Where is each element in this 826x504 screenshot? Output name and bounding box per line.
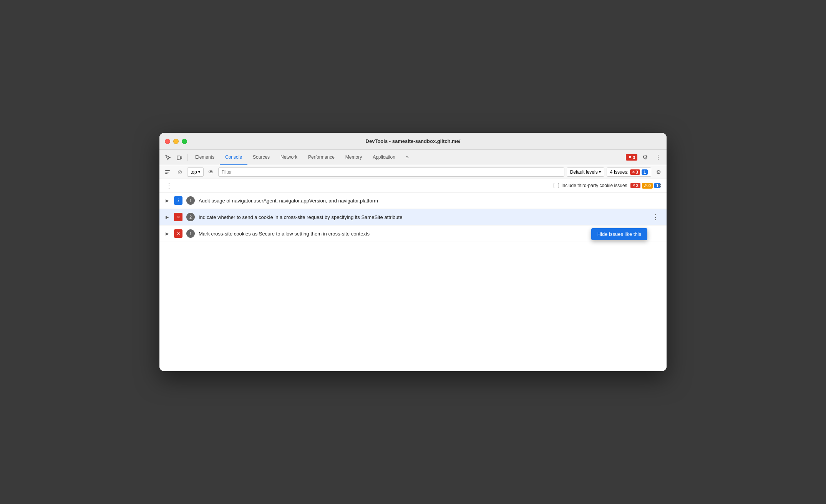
third-party-checkbox-label[interactable]: Include third-party cookie issues xyxy=(554,183,627,188)
issue-row[interactable]: ▶ ✕ 2 Indicate whether to send a cookie … xyxy=(159,209,667,225)
issue-row[interactable]: ▶ i 1 Audit usage of navigator.userAgent… xyxy=(159,192,667,209)
dropdown-arrow-icon: ▾ xyxy=(198,170,200,174)
maximize-button[interactable] xyxy=(182,139,187,144)
tab-bar: Elements Console Sources Network Perform… xyxy=(190,150,625,165)
tab-more[interactable]: » xyxy=(401,150,414,165)
block-icon[interactable]: ⊘ xyxy=(175,167,185,177)
summary-error-x-icon: ✕ xyxy=(632,184,635,187)
svg-rect-5 xyxy=(165,173,168,174)
settings-icon[interactable]: ⚙ xyxy=(640,152,650,163)
main-content: ⋮ Include third-party cookie issues ✕ 3 … xyxy=(159,179,667,371)
minimize-button[interactable] xyxy=(173,139,179,144)
window-title: DevTools - samesite-sandbox.glitch.me/ xyxy=(366,138,461,144)
hide-issues-context-menu[interactable]: Hide issues like this xyxy=(591,228,647,240)
tab-application[interactable]: Application xyxy=(367,150,401,165)
issue-count-badge: 1 xyxy=(186,196,195,205)
inspect-icon[interactable] xyxy=(163,152,173,163)
toolbar-error-badge: ✕ 3 xyxy=(626,154,637,161)
svg-rect-4 xyxy=(165,172,169,172)
issues-summary-badges: ✕ 3 ⚠ 0 1 xyxy=(630,183,660,189)
console-settings-icon[interactable]: ⚙ xyxy=(654,167,663,177)
log-levels-dropdown[interactable]: Default levels ▾ xyxy=(567,167,604,177)
issue-more-options-icon[interactable]: ⋮ xyxy=(650,214,660,220)
svg-point-2 xyxy=(178,159,179,160)
summary-warning-badge: ⚠ 0 xyxy=(642,183,653,189)
summary-error-badge: ✕ 3 xyxy=(630,183,640,188)
warning-icon: ⚠ xyxy=(644,183,648,188)
issues-more-options-icon[interactable]: ⋮ xyxy=(166,182,172,189)
error-x-icon: ✕ xyxy=(628,155,632,160)
issue-count-badge: 1 xyxy=(186,229,195,238)
svg-rect-1 xyxy=(181,157,182,159)
issue-type-info-icon: i xyxy=(174,196,182,205)
svg-rect-3 xyxy=(165,170,170,171)
error-x-icon: ✕ xyxy=(177,231,180,236)
levels-dropdown-arrow-icon: ▾ xyxy=(599,170,601,174)
console-toolbar: ⊘ top ▾ 👁 Default levels ▾ 4 Issues: ✕ 3… xyxy=(159,165,667,179)
issues-error-x-icon: ✕ xyxy=(632,170,635,174)
tab-sources[interactable]: Sources xyxy=(247,150,275,165)
devtools-window: DevTools - samesite-sandbox.glitch.me/ E… xyxy=(159,133,667,371)
toolbar-divider xyxy=(187,154,187,161)
issue-count-badge: 2 xyxy=(186,213,195,221)
traffic-lights xyxy=(165,139,187,144)
tab-network[interactable]: Network xyxy=(275,150,303,165)
issues-error-badge: ✕ 3 xyxy=(630,169,640,175)
expand-arrow-icon[interactable]: ▶ xyxy=(166,231,170,236)
issue-type-error-icon: ✕ xyxy=(174,229,182,238)
main-toolbar: Elements Console Sources Network Perform… xyxy=(159,150,667,165)
expand-arrow-icon[interactable]: ▶ xyxy=(166,215,170,220)
issues-panel-toolbar: ⋮ Include third-party cookie issues ✕ 3 … xyxy=(159,179,667,192)
error-x-icon: ✕ xyxy=(177,215,180,220)
issues-count-badge[interactable]: 4 Issues: ✕ 3 1 xyxy=(607,167,651,177)
issue-row[interactable]: ▶ ✕ 1 Mark cross-site cookies as Secure … xyxy=(159,225,667,242)
toolbar-right: ✕ 3 ⚙ ⋮ xyxy=(626,152,663,163)
info-symbol: i xyxy=(177,198,179,204)
tab-console[interactable]: Console xyxy=(220,150,247,165)
tab-elements[interactable]: Elements xyxy=(190,150,220,165)
tab-performance[interactable]: Performance xyxy=(303,150,340,165)
clear-console-icon[interactable] xyxy=(163,167,172,177)
title-bar: DevTools - samesite-sandbox.glitch.me/ xyxy=(159,133,667,150)
close-button[interactable] xyxy=(165,139,170,144)
more-options-icon[interactable]: ⋮ xyxy=(653,152,663,163)
tab-memory[interactable]: Memory xyxy=(340,150,367,165)
expand-arrow-icon[interactable]: ▶ xyxy=(166,198,170,203)
filter-input[interactable] xyxy=(218,167,564,177)
eye-icon[interactable]: 👁 xyxy=(206,167,216,177)
third-party-checkbox[interactable] xyxy=(554,183,559,188)
context-selector[interactable]: top ▾ xyxy=(187,167,204,177)
device-toolbar-icon[interactable] xyxy=(174,152,185,163)
issues-info-badge: 1 xyxy=(642,169,648,175)
issue-type-error-icon: ✕ xyxy=(174,213,182,221)
close-issues-panel-button[interactable]: ✕ xyxy=(657,182,662,189)
